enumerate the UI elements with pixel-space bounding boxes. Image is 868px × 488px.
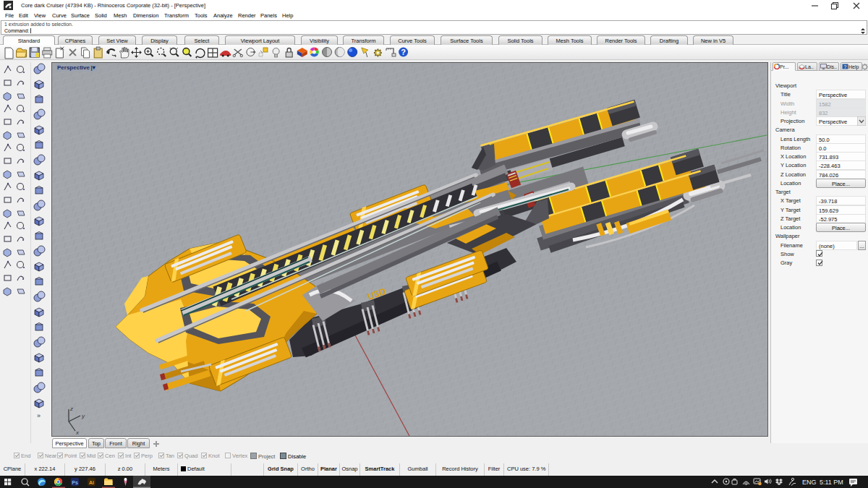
svg-text:Ai: Ai (89, 480, 94, 485)
svg-text:Ps: Ps (72, 480, 78, 485)
svg-text:?: ? (401, 48, 406, 56)
svg-text:ENG: ENG (802, 479, 817, 486)
svg-text:5:11 PM: 5:11 PM (820, 479, 843, 486)
svg-text:»: » (37, 412, 41, 419)
svg-text:z: z (69, 406, 73, 412)
svg-text:?: ? (844, 64, 847, 69)
